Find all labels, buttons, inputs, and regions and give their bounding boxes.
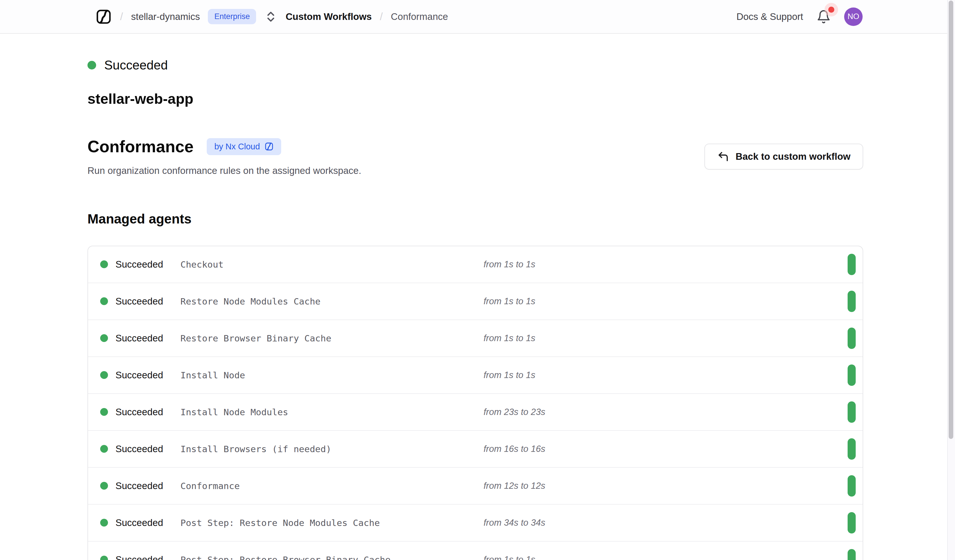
scrollbar-thumb[interactable] xyxy=(949,1,953,439)
agent-step-row[interactable]: Succeeded Post Step: Restore Browser Bin… xyxy=(88,541,863,560)
status-dot-icon xyxy=(100,408,108,416)
managed-agents-title: Managed agents xyxy=(88,211,863,227)
step-duration: from 1s to 1s xyxy=(484,333,848,343)
run-status: Succeeded xyxy=(88,58,863,72)
step-name: Conformance xyxy=(180,481,484,491)
step-status: Succeeded xyxy=(116,443,180,454)
breadcrumb-section[interactable]: Custom Workflows xyxy=(285,11,371,22)
breadcrumb-org[interactable]: stellar-dynamics xyxy=(131,11,200,22)
agent-step-row[interactable]: Succeeded Restore Node Modules Cache fro… xyxy=(88,282,863,320)
step-status: Succeeded xyxy=(116,554,180,560)
breadcrumb: / stellar-dynamics Enterprise Custom Wor… xyxy=(95,8,448,25)
user-avatar[interactable]: NO xyxy=(844,8,863,26)
step-status: Succeeded xyxy=(116,480,180,491)
agent-step-row[interactable]: Succeeded Install Node from 1s to 1s xyxy=(88,356,863,393)
status-dot-icon xyxy=(100,445,108,453)
step-name: Install Node Modules xyxy=(180,407,484,417)
timeline-bar xyxy=(848,512,856,533)
step-duration: from 12s to 12s xyxy=(484,481,848,491)
timeline-bar xyxy=(848,365,856,386)
step-name: Install Node xyxy=(180,370,484,381)
notification-badge xyxy=(828,7,834,13)
step-duration: from 1s to 1s xyxy=(484,370,848,381)
step-status: Succeeded xyxy=(116,370,180,381)
breadcrumb-separator: / xyxy=(380,11,383,23)
timeline-bar xyxy=(848,328,856,349)
step-duration: from 1s to 1s xyxy=(484,259,848,270)
back-button-label: Back to custom workflow xyxy=(736,151,850,162)
step-name: Restore Node Modules Cache xyxy=(180,296,484,307)
notifications-button[interactable] xyxy=(816,9,831,25)
status-dot-icon xyxy=(100,261,108,268)
timeline-bar xyxy=(848,254,856,275)
status-dot-icon xyxy=(100,519,108,527)
navbar-actions: Docs & Support NO xyxy=(736,8,863,26)
agent-step-row[interactable]: Succeeded Restore Browser Binary Cache f… xyxy=(88,320,863,356)
step-name: Install Browsers (if needed) xyxy=(180,444,484,454)
timeline-bar xyxy=(848,401,856,423)
agent-step-row[interactable]: Succeeded Post Step: Restore Node Module… xyxy=(88,504,863,541)
nx-cloud-app: / stellar-dynamics Enterprise Custom Wor… xyxy=(0,0,955,560)
agent-step-row[interactable]: Succeeded Checkout from 1s to 1s xyxy=(88,246,863,282)
status-dot-icon xyxy=(100,371,108,379)
timeline-bar xyxy=(848,475,856,496)
enterprise-badge: Enterprise xyxy=(208,9,256,24)
nx-cloud-logo-icon xyxy=(265,142,274,151)
workflow-heading-block: Conformance by Nx Cloud Run organization… xyxy=(88,137,361,176)
agent-step-row[interactable]: Succeeded Conformance from 12s to 12s xyxy=(88,467,863,504)
workflow-header: Conformance by Nx Cloud Run organization… xyxy=(88,137,863,176)
timeline-bar xyxy=(848,438,856,460)
page-scrollbar[interactable] xyxy=(947,0,955,560)
provider-badge-label: by Nx Cloud xyxy=(214,142,260,151)
step-duration: from 34s to 34s xyxy=(484,518,848,528)
step-duration: from 23s to 23s xyxy=(484,407,848,417)
nx-cloud-logo-icon[interactable] xyxy=(95,8,112,25)
step-status: Succeeded xyxy=(116,333,180,344)
breadcrumb-separator: / xyxy=(120,11,123,23)
status-dot-icon xyxy=(100,482,108,490)
workflow-title-row: Conformance by Nx Cloud xyxy=(88,137,361,156)
timeline-bar xyxy=(848,291,856,312)
status-dot-icon xyxy=(88,61,96,70)
step-duration: from 16s to 16s xyxy=(484,444,848,454)
step-status: Succeeded xyxy=(116,407,180,418)
run-status-label: Succeeded xyxy=(104,58,168,72)
status-dot-icon xyxy=(100,297,108,305)
agent-step-row[interactable]: Succeeded Install Node Modules from 23s … xyxy=(88,393,863,430)
docs-support-link[interactable]: Docs & Support xyxy=(736,11,803,22)
timeline-bar xyxy=(848,549,856,560)
step-name: Post Step: Restore Browser Binary Cache xyxy=(180,555,484,560)
step-status: Succeeded xyxy=(116,259,180,270)
agent-step-row[interactable]: Succeeded Install Browsers (if needed) f… xyxy=(88,430,863,467)
status-dot-icon xyxy=(100,556,108,560)
workflow-title: Conformance xyxy=(88,137,193,156)
step-status: Succeeded xyxy=(116,517,180,528)
top-navbar: / stellar-dynamics Enterprise Custom Wor… xyxy=(0,0,955,34)
step-name: Restore Browser Binary Cache xyxy=(180,333,484,343)
breadcrumb-page: Conformance xyxy=(391,11,448,22)
corner-up-left-icon xyxy=(717,151,729,163)
workspace-title: stellar-web-app xyxy=(88,91,863,108)
step-status: Succeeded xyxy=(116,296,180,307)
chevron-up-down-icon[interactable] xyxy=(264,10,277,23)
managed-agents-list: Succeeded Checkout from 1s to 1s Succeed… xyxy=(88,246,863,560)
main-content: Succeeded stellar-web-app Conformance by… xyxy=(88,34,863,560)
step-duration: from 1s to 1s xyxy=(484,296,848,307)
workflow-description: Run organization conformance rules on th… xyxy=(88,165,361,176)
status-dot-icon xyxy=(100,334,108,342)
step-duration: from 1s to 1s xyxy=(484,555,848,560)
step-name: Post Step: Restore Node Modules Cache xyxy=(180,518,484,528)
provider-badge[interactable]: by Nx Cloud xyxy=(207,138,281,155)
step-name: Checkout xyxy=(180,259,484,270)
back-to-custom-workflow-button[interactable]: Back to custom workflow xyxy=(705,144,863,170)
